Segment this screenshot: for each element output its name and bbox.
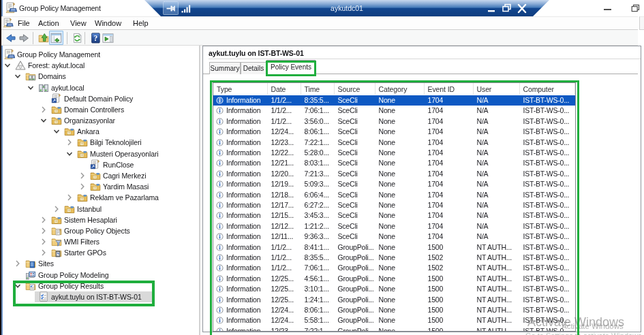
menu-window[interactable]: Window	[95, 16, 121, 30]
refresh-icon[interactable]	[72, 33, 83, 44]
cell-time: 8:06:1...	[301, 305, 335, 315]
table-row[interactable]: Information12/23...7:22:1...SceCliNone17…	[213, 138, 575, 148]
menu-view[interactable]: View	[70, 16, 87, 30]
cell-type: Information	[213, 127, 268, 137]
chevron-right-icon[interactable]	[66, 194, 73, 201]
table-row[interactable]: Information12/25...4:56:1...GroupPoli...…	[213, 274, 575, 284]
menu-file[interactable]: File	[18, 16, 30, 30]
table-row[interactable]: Information1/1/2...7:06:1...SceCliNone17…	[213, 106, 575, 116]
event-type-label: Information	[226, 158, 260, 168]
column-header-event-id[interactable]: Event ID	[425, 83, 474, 95]
cell-type: Information	[213, 210, 268, 221]
column-header-user[interactable]: User	[474, 83, 520, 95]
rdp-minimize-icon[interactable]	[485, 0, 498, 16]
modeling-icon	[25, 270, 36, 281]
console-tree-pane: Group Policy ManagementForest: aykut.loc…	[3, 46, 200, 335]
chevron-down-icon[interactable]	[27, 84, 34, 91]
show-console-tree-icon[interactable]	[49, 31, 63, 45]
column-header-category[interactable]: Category	[375, 83, 425, 95]
table-row[interactable]: Information12/17...6:27:2...SceCliNone17…	[213, 200, 575, 210]
table-row[interactable]: Information12/24...8:06:1...SceCliNone17…	[213, 127, 575, 137]
cell-computer: IST-BT-WS-0...	[520, 253, 576, 263]
table-row[interactable]: Information1/1/2...7:06:1...GroupPoli...…	[213, 263, 575, 273]
chevron-right-icon[interactable]	[40, 106, 47, 113]
chevron-right-icon[interactable]	[79, 183, 86, 190]
chevron-right-icon[interactable]	[40, 227, 47, 234]
chevron-right-icon[interactable]	[66, 139, 73, 146]
ou-icon	[51, 214, 62, 225]
chevron-down-icon[interactable]	[66, 150, 73, 157]
chevron-down-icon[interactable]	[4, 62, 11, 69]
cell-event_id: 1502	[425, 253, 474, 263]
tree-item-label: Group Policy Modeling	[37, 270, 111, 281]
forward-icon[interactable]	[18, 33, 30, 44]
help-icon[interactable]: ?	[90, 33, 102, 44]
information-icon	[216, 170, 224, 178]
cell-category: None	[375, 274, 425, 284]
cell-time: 7:06:1...	[301, 263, 335, 273]
table-row[interactable]: Information1/1/2...8:35:5...SceCliNone17…	[213, 95, 575, 106]
chevron-right-icon[interactable]	[40, 238, 47, 245]
table-row[interactable]: Information12/21...8:03:1...SceCliNone17…	[213, 158, 575, 168]
event-type-label: Information	[226, 305, 260, 315]
rdp-restore-icon[interactable]	[500, 0, 514, 16]
column-header-source[interactable]: Source	[335, 83, 375, 95]
svg-text:?: ?	[94, 34, 98, 42]
chevron-right-icon[interactable]	[53, 206, 60, 212]
cell-event_id: 1500	[425, 284, 474, 294]
cell-type: Information	[213, 95, 268, 106]
table-row[interactable]: Information12/25...3:10:1...GroupPoli...…	[213, 284, 575, 294]
tab-policy-events[interactable]: Policy Events	[266, 60, 316, 74]
column-header-type[interactable]: Type	[213, 83, 268, 95]
table-row[interactable]: Information12/19...5:09:3...SceCliNone17…	[213, 179, 575, 189]
table-row[interactable]: Information12/15...3:45:3...SceCliNone17…	[213, 210, 575, 221]
table-row[interactable]: Information12/25...1:24:1...GroupPoli...…	[213, 295, 575, 305]
table-row[interactable]: Information1/1/2...3:56:0...SceCliNone17…	[213, 116, 575, 127]
column-header-date[interactable]: Date	[268, 83, 301, 95]
menu-help[interactable]: Help	[133, 16, 149, 30]
table-row[interactable]: Information12/11...9:36:3...SceCliNone17…	[213, 232, 575, 242]
information-icon	[216, 159, 224, 167]
menu-action[interactable]: Action	[38, 16, 59, 30]
cell-time: 1:21:2...	[301, 221, 335, 232]
tab-summary[interactable]: Summary	[209, 62, 241, 74]
tree-item-label: aykut.local	[50, 82, 87, 93]
column-header-time[interactable]: Time	[301, 83, 335, 95]
chevron-right-icon[interactable]	[40, 217, 47, 223]
table-row[interactable]: Information12/23...7:22:1...GroupPoli...…	[213, 326, 575, 332]
column-header-computer[interactable]: Computer	[520, 83, 576, 95]
cell-date: 12/25...	[268, 284, 301, 294]
table-row[interactable]: Information12/12...1:21:2...SceCliNone17…	[213, 221, 575, 232]
chevron-down-icon[interactable]	[14, 283, 21, 289]
up-one-level-icon[interactable]	[38, 33, 50, 44]
chevron-right-icon[interactable]	[14, 260, 21, 267]
chevron-down-icon[interactable]	[53, 128, 60, 135]
tree-item-label: Group Policy Management	[16, 49, 102, 60]
cell-source: SceCli	[335, 190, 375, 200]
table-row[interactable]: Information12/18...6:06:4...SceCliNone17…	[213, 190, 575, 200]
cell-category: None	[375, 169, 425, 179]
information-icon	[216, 285, 224, 293]
chevron-right-icon[interactable]	[40, 249, 47, 256]
table-row[interactable]: Information12/20...7:21:3...SceCliNone17…	[213, 169, 575, 179]
cell-computer: IST-BT-WS-0...	[520, 148, 576, 158]
table-row[interactable]: Information1/1/2...8:35:5...GroupPoli...…	[213, 253, 575, 263]
tree-item-label: Default Domain Policy	[63, 93, 135, 104]
window-minimize-icon[interactable]	[604, 9, 611, 10]
pin-icon[interactable]	[163, 1, 179, 15]
policy-events-table[interactable]: TypeDateTimeSourceCategoryEvent IDUserCo…	[213, 82, 576, 332]
show-window-icon[interactable]	[102, 33, 114, 44]
cell-time: 3:10:1...	[301, 284, 335, 294]
table-row[interactable]: Information12/24...5:58:1...GroupPoli...…	[213, 315, 575, 325]
back-icon[interactable]	[5, 33, 16, 44]
chevron-down-icon[interactable]	[40, 117, 47, 124]
chevron-down-icon[interactable]	[14, 73, 21, 80]
rdp-close-icon[interactable]	[515, 0, 529, 16]
table-row[interactable]: Information1/1/2...8:41:1...GroupPoli...…	[213, 242, 575, 253]
information-icon	[216, 264, 224, 272]
tab-details[interactable]: Details	[241, 62, 266, 74]
window-restore-icon[interactable]	[631, 4, 640, 12]
table-row[interactable]: Information12/22...5:28:0...SceCliNone17…	[213, 148, 575, 158]
chevron-right-icon[interactable]	[79, 172, 86, 179]
table-row[interactable]: Information12/24...8:06:1...GroupPoli...…	[213, 305, 575, 315]
